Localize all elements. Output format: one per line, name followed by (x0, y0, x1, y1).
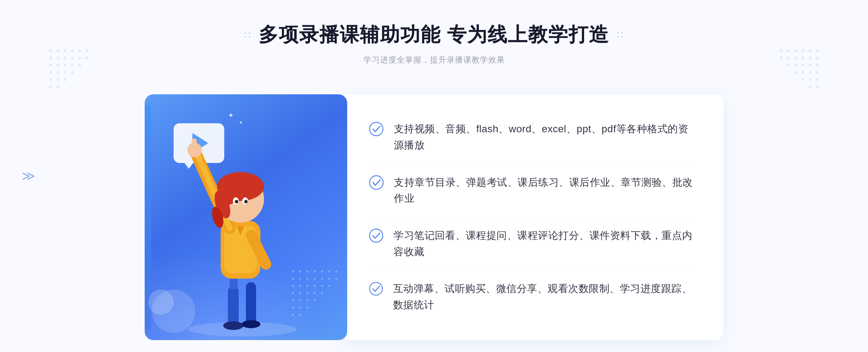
svg-point-19 (64, 71, 67, 74)
feature-text-3: 学习笔记回看、课程提问、课程评论打分、课件资料下载，重点内容收藏 (393, 228, 694, 260)
svg-point-47 (801, 78, 804, 81)
svg-point-50 (809, 85, 812, 88)
person-illustration (174, 123, 311, 340)
svg-point-65 (335, 278, 337, 280)
svg-point-70 (321, 285, 323, 287)
title-dots-left: ∷ (244, 29, 251, 41)
svg-point-22 (56, 78, 59, 81)
feature-item-3: 学习笔记回看、课程提问、课程评论打分、课件资料下载，重点内容收藏 (369, 220, 694, 267)
title-dots-right: ∷ (617, 29, 624, 41)
svg-point-17 (49, 71, 52, 74)
illustration-inner: ✦ ✦ (145, 94, 347, 340)
title-row: ∷ 多项录播课辅助功能 专为线上教学打造 ∷ (244, 22, 624, 48)
divider-2 (369, 217, 694, 218)
svg-point-58 (335, 270, 337, 272)
feature-item-2: 支持章节目录、弹题考试、课后练习、课后作业、章节测验、批改作业 (369, 167, 694, 214)
check-icon-3 (369, 228, 383, 244)
svg-point-90 (242, 320, 260, 328)
svg-point-23 (64, 78, 67, 81)
svg-rect-98 (192, 138, 197, 153)
svg-point-18 (56, 71, 59, 74)
svg-point-20 (71, 71, 74, 74)
svg-point-109 (370, 123, 383, 136)
svg-point-62 (314, 278, 316, 280)
feature-text-2: 支持章节目录、弹题考试、课后练习、课后作业、章节测验、批改作业 (394, 175, 694, 207)
check-icon-2 (369, 175, 384, 190)
content-area: ✦ ✦ (145, 87, 723, 340)
svg-point-55 (314, 270, 316, 272)
svg-point-111 (370, 229, 383, 242)
check-icon-4 (369, 281, 383, 297)
svg-point-21 (49, 78, 52, 81)
check-icon-1 (369, 121, 384, 137)
svg-point-25 (56, 85, 59, 88)
sparkle-decoration: ✦ (228, 111, 234, 120)
svg-point-76 (321, 292, 323, 294)
svg-point-89 (223, 321, 243, 330)
svg-point-64 (328, 278, 330, 280)
illustration-card: ✦ ✦ (145, 94, 347, 340)
divider-1 (369, 164, 694, 164)
feature-text-4: 互动弹幕、试听购买、微信分享、观看次数限制、学习进度跟踪、数据统计 (393, 281, 694, 313)
svg-point-51 (816, 85, 819, 88)
features-panel: 支持视频、音频、flash、word、excel、ppt、pdf等各种格式的资源… (340, 94, 723, 340)
svg-point-106 (235, 200, 238, 203)
page-subtitle: 学习进度全掌握，提升录播课教学效果 (363, 55, 505, 65)
svg-point-44 (801, 71, 804, 74)
svg-point-110 (370, 176, 383, 189)
feature-item-1: 支持视频、音频、flash、word、excel、ppt、pdf等各种格式的资源… (369, 114, 694, 161)
svg-point-49 (816, 78, 819, 81)
svg-point-107 (244, 200, 248, 203)
svg-point-56 (321, 270, 323, 272)
svg-point-75 (314, 292, 316, 294)
svg-point-80 (314, 299, 316, 301)
svg-point-48 (809, 78, 812, 81)
svg-rect-87 (228, 286, 239, 326)
svg-point-46 (816, 71, 819, 74)
svg-point-71 (328, 285, 330, 287)
page-container: ≫ ∷ 多项录播课辅助功能 专为线上教学打造 ∷ 学习进度全掌握，提升录播课教学… (0, 0, 868, 352)
page-title: 多项录播课辅助功能 专为线上教学打造 (259, 22, 609, 48)
svg-point-24 (49, 85, 52, 88)
header-section: ∷ 多项录播课辅助功能 专为线上教学打造 ∷ 学习进度全掌握，提升录播课教学效果 (0, 0, 868, 65)
divider-3 (369, 270, 694, 271)
svg-point-63 (321, 278, 323, 280)
svg-point-45 (809, 71, 812, 74)
svg-rect-88 (246, 282, 256, 326)
feature-text-1: 支持视频、音频、flash、word、excel、ppt、pdf等各种格式的资源… (394, 121, 694, 154)
svg-point-112 (370, 283, 382, 295)
svg-point-43 (794, 71, 797, 74)
left-chevron-decoration: ≫ (22, 168, 35, 184)
svg-point-69 (314, 285, 316, 287)
feature-item-4: 互动弹幕、试听购买、微信分享、观看次数限制、学习进度跟踪、数据统计 (369, 274, 694, 321)
svg-point-57 (328, 270, 330, 272)
